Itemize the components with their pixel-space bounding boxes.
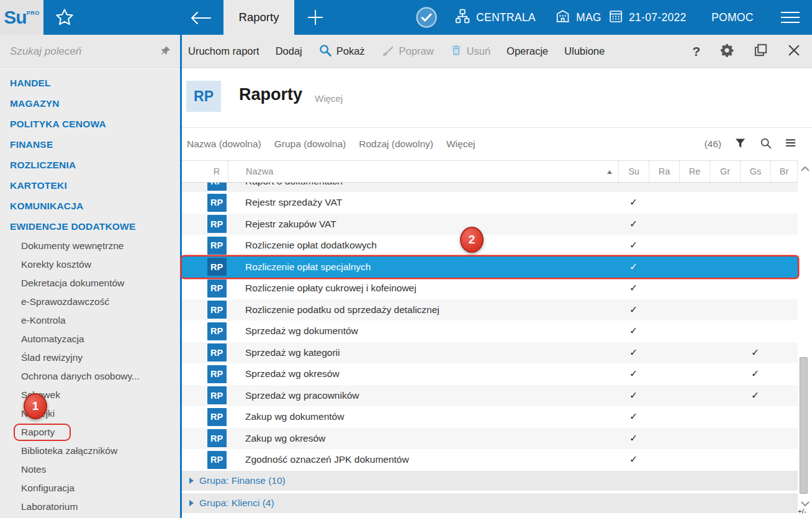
table-row[interactable]: RPRozliczenie opłat specjalnych✓: [182, 257, 798, 278]
table-row[interactable]: RPRozliczenie opłaty cukrowej i kofeinow…: [182, 278, 798, 299]
report-name: Sprzedaż wg okresów: [228, 368, 618, 379]
funnel-filter-icon[interactable]: [734, 137, 746, 152]
date-selector[interactable]: 21-07-2022: [608, 0, 687, 35]
gear-icon[interactable]: [720, 43, 734, 60]
org-chart-icon: [454, 8, 471, 27]
sidebar-item-dekretacja-dokument-w[interactable]: Dekretacja dokumentów: [0, 274, 180, 293]
search-icon: [318, 43, 332, 60]
table-row[interactable]: RPRejestr zakupów VAT✓: [182, 214, 798, 235]
report-type-badge: RP: [207, 301, 227, 319]
pin-icon[interactable]: [160, 45, 171, 57]
table-row[interactable]: RPSprzedaż wg kategorii✓✓: [182, 342, 798, 364]
filter-group[interactable]: Grupa (dowolna): [274, 139, 346, 150]
hamburger-menu-icon[interactable]: [780, 10, 801, 25]
report-type-badge: RP: [207, 194, 227, 212]
sidebar-item-notes[interactable]: Notes: [0, 460, 180, 479]
app-logo: SuPRO: [0, 0, 43, 35]
column-header-su[interactable]: Su: [618, 161, 649, 182]
filter-tools: (46): [704, 128, 796, 160]
table-row[interactable]: RPRozliczenie podatku od sprzedaży detal…: [182, 299, 798, 321]
filter-more[interactable]: Więcej: [446, 139, 476, 150]
column-header-br[interactable]: Br: [770, 161, 798, 182]
table-row[interactable]: RPSprzedaż wg dokumentów✓: [182, 320, 798, 342]
add-button[interactable]: Dodaj: [276, 45, 302, 57]
navigation-sidebar: HANDELMAGAZYNPOLITYKA CENOWAFINANSEROZLI…: [0, 69, 180, 518]
warehouse-selector[interactable]: MAG: [555, 0, 602, 35]
column-header-gs[interactable]: Gs: [740, 161, 770, 182]
sidebar-item-ochrona-danych-osobowy[interactable]: Ochrona danych osobowy...: [0, 367, 180, 386]
table-row[interactable]: RPSprzedaż wg pracowników✓✓: [182, 385, 798, 407]
sidebar-item-e-sprawozdawczo[interactable]: e-Sprawozdawczość: [0, 293, 180, 311]
sidebar-item-korekty-koszt-w[interactable]: Korekty kosztów: [0, 255, 180, 274]
sidebar-item-magazyn[interactable]: MAGAZYN: [0, 93, 180, 114]
search-input[interactable]: [0, 45, 160, 58]
brush-icon: [381, 43, 395, 60]
sidebar-item-komunikacja[interactable]: KOMUNIKACJA: [0, 196, 180, 216]
sidebar-item-lad-rewizyjny[interactable]: Ślad rewizyjny: [0, 348, 180, 367]
report-name: Zgodność oznaczeń JPK dokumentów: [228, 454, 618, 465]
table-row[interactable]: RPZakup wg dokumentów✓: [182, 406, 798, 428]
report-type-badge: RP: [207, 215, 227, 233]
page-more-link[interactable]: Więcej: [315, 93, 343, 104]
status-check-circle-icon[interactable]: [415, 6, 438, 29]
table-row-partial[interactable]: RP Raport o dokumentach: [182, 183, 798, 192]
sidebar-item-biblioteka-za-cznik-w[interactable]: Biblioteka załączników: [0, 442, 180, 460]
report-type-badge: RP: [207, 429, 227, 447]
help-menu[interactable]: POMOC: [711, 0, 754, 35]
scroll-up-icon[interactable]: [801, 163, 810, 174]
table-row[interactable]: RPZgodność oznaczeń JPK dokumentów✓: [182, 449, 798, 471]
report-name: Sprzedaż wg pracowników: [228, 390, 618, 401]
show-button[interactable]: Pokaż: [318, 43, 365, 60]
sidebar-item-ewidencje-dodatkowe[interactable]: EWIDENCJE DODATKOWE: [0, 216, 180, 237]
sidebar-item-laboratorium[interactable]: Laboratorium: [0, 498, 180, 516]
table-header: R Nazwa Su Ra Re Gr Gs Br: [182, 160, 798, 183]
favorites-button[interactable]: Ulubione: [564, 45, 605, 57]
group-label: Grupa: Klienci (4): [199, 498, 274, 509]
table-row[interactable]: RPRozliczenie opłat dodatkowych✓: [182, 235, 798, 257]
toolbar: Uruchom raport Dodaj Pokaż Popraw Usuń O…: [182, 35, 812, 68]
sidebar-item-e-kontrola[interactable]: e-Kontrola: [0, 311, 180, 330]
vertical-scrollbar-thumb[interactable]: [800, 357, 808, 494]
sidebar-item-handel[interactable]: HANDEL: [0, 73, 180, 93]
sidebar-sub-list: Dokumenty wewnętrzneKorekty kosztówDekre…: [0, 237, 180, 516]
sidebar-item-konfiguracja[interactable]: Konfiguracja: [0, 479, 180, 498]
help-icon[interactable]: ?: [692, 44, 700, 59]
zoom-plus-minus-label[interactable]: +/-: [798, 507, 806, 515]
sidebar-item-dokumenty-wewn-trzne[interactable]: Dokumenty wewnętrzne: [0, 237, 180, 255]
group-row-finanse[interactable]: Grupa: Finanse (10): [182, 471, 798, 491]
column-header-ra[interactable]: Ra: [649, 161, 679, 182]
search-list-icon[interactable]: [759, 137, 772, 152]
sidebar-item-raporty[interactable]: Raporty: [0, 423, 180, 442]
list-options-icon[interactable]: [785, 139, 796, 150]
sidebar-item-rozliczenia[interactable]: ROZLICZENIA: [0, 155, 180, 175]
operations-button[interactable]: Operacje: [507, 45, 548, 57]
table-row[interactable]: RPRejestr sprzedaży VAT✓: [182, 192, 798, 214]
report-name: Rejestr sprzedaży VAT: [228, 197, 618, 208]
sidebar-item-automatyzacja[interactable]: Automatyzacja: [0, 330, 180, 348]
company-selector[interactable]: CENTRALA: [454, 0, 536, 35]
column-header-re[interactable]: Re: [679, 161, 710, 182]
close-icon[interactable]: [787, 43, 801, 60]
column-header-gr[interactable]: Gr: [710, 161, 740, 182]
filter-name[interactable]: Nazwa (dowolna): [187, 139, 261, 150]
new-tab-plus-icon[interactable]: [307, 9, 324, 26]
column-header-r[interactable]: R: [205, 161, 228, 182]
run-report-button[interactable]: Uruchom raport: [188, 45, 259, 57]
report-type-badge: RP: [207, 237, 227, 255]
favorites-star-icon[interactable]: [55, 7, 74, 27]
back-arrow-icon[interactable]: [189, 11, 212, 25]
cell-su: ✓: [618, 197, 649, 208]
sidebar-item-polityka-cenowa[interactable]: POLITYKA CENOWA: [0, 114, 180, 134]
table-row[interactable]: RPZakup wg okresów✓: [182, 428, 798, 450]
report-table-body: RP Raport o dokumentach RPRejestr sprzed…: [182, 183, 798, 471]
filter-type[interactable]: Rodzaj (dowolny): [359, 139, 433, 150]
record-count: (46): [704, 139, 721, 150]
cascade-windows-icon[interactable]: [754, 43, 768, 60]
sidebar-item-finanse[interactable]: FINANSE: [0, 134, 180, 155]
sort-ascending-icon: [607, 170, 612, 174]
tab-raporty[interactable]: Raporty: [223, 0, 294, 35]
table-row[interactable]: RPSprzedaż wg okresów✓✓: [182, 363, 798, 385]
sidebar-item-kartoteki[interactable]: KARTOTEKI: [0, 175, 180, 196]
group-row-klienci[interactable]: Grupa: Klienci (4): [182, 493, 798, 513]
column-header-nazwa[interactable]: Nazwa: [228, 161, 618, 182]
